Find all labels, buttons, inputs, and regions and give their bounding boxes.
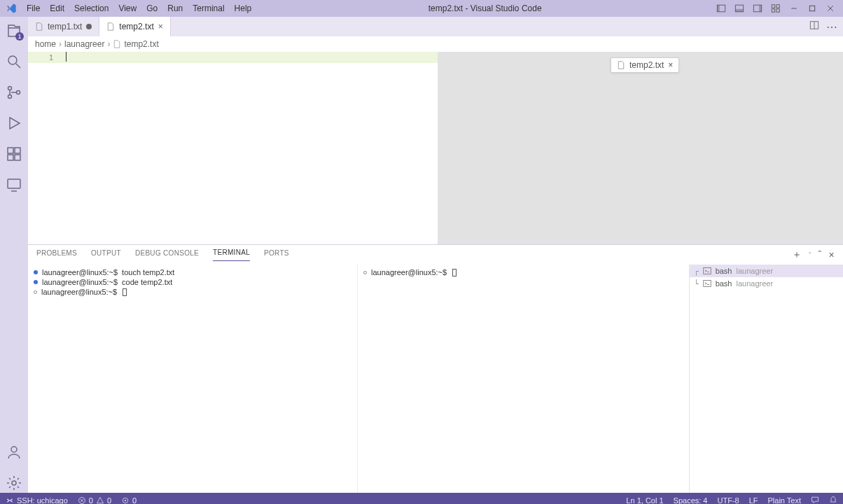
remote-indicator[interactable]: SSH: uchicago (6, 496, 68, 504)
tab-label: temp1.txt (48, 22, 82, 31)
breadcrumb-segment[interactable]: home (35, 39, 56, 49)
floating-tab[interactable]: temp2.txt × (611, 57, 679, 73)
file-icon (617, 61, 625, 69)
svg-point-35 (125, 500, 126, 501)
encoding[interactable]: UTF-8 (717, 496, 739, 504)
terminal-dropdown-icon[interactable]: ˇ (809, 251, 811, 258)
panel-tab-problems[interactable]: PROBLEMS (36, 249, 77, 261)
terminal-list-item[interactable]: └ bash launagreer (690, 277, 843, 290)
svg-rect-20 (15, 148, 20, 153)
panel-tab-ports[interactable]: PORTS (264, 249, 289, 261)
menu-view[interactable]: View (114, 2, 141, 15)
line-number: 1 (28, 52, 53, 63)
svg-point-16 (8, 87, 12, 90)
tab-temp1[interactable]: temp1.txt (28, 17, 99, 36)
terminal-shell-name: bash (716, 267, 732, 275)
terminal-cwd: launagreer (736, 279, 773, 288)
terminal-list-item[interactable]: ┌ bash launagreer (690, 265, 843, 277)
breadcrumb-segment[interactable]: launagreer (64, 39, 104, 49)
new-terminal-icon[interactable]: ＋ (792, 248, 802, 261)
cursor-position[interactable]: Ln 1, Col 1 (626, 496, 663, 504)
panel-tab-output[interactable]: OUTPUT (91, 249, 121, 261)
tab-close-icon[interactable]: × (668, 60, 673, 70)
notifications-icon[interactable] (829, 496, 837, 504)
terminal-prompt: launagreer@linux5:~$ (41, 287, 117, 297)
menu-go[interactable]: Go (142, 2, 162, 15)
tree-connector-icon: └ (694, 279, 699, 288)
minimize-button[interactable] (787, 1, 801, 15)
close-panel-icon[interactable]: × (829, 249, 835, 260)
warning-count: 0 (107, 496, 111, 504)
terminal-cursor (452, 269, 457, 276)
menu-help[interactable]: Help (230, 2, 256, 15)
editor-pane-left[interactable]: 1 (28, 52, 438, 244)
svg-rect-3 (735, 9, 743, 12)
editor-pane-right[interactable]: temp2.txt × (438, 52, 843, 244)
title-bar: File Edit Selection View Go Run Terminal… (0, 0, 843, 17)
source-control-icon[interactable] (4, 83, 24, 102)
svg-rect-22 (15, 155, 20, 160)
ports-count: 0 (132, 496, 137, 504)
layout-panel-icon[interactable] (732, 1, 746, 15)
terminal-prompt: launagreer@linux5:~$ (371, 267, 447, 277)
explorer-icon[interactable]: 1 (4, 21, 24, 41)
layout-sidebar-left-icon[interactable] (714, 1, 728, 15)
terminal-line: launagreer@linux5:~$ (34, 287, 351, 297)
feedback-icon[interactable] (811, 496, 819, 504)
chevron-right-icon: › (59, 39, 62, 49)
customize-layout-icon[interactable] (769, 1, 783, 15)
status-bar: SSH: uchicago 0 0 0 Ln 1, Col 1 Spaces: … (0, 493, 843, 504)
terminal-command: code temp2.txt (122, 277, 172, 287)
svg-rect-19 (8, 148, 13, 153)
run-debug-icon[interactable] (4, 113, 24, 133)
maximize-panel-icon[interactable]: ˆ (818, 249, 822, 260)
terminal-shell-icon (703, 279, 711, 288)
remote-explorer-icon[interactable] (4, 175, 24, 195)
file-icon (113, 40, 121, 48)
maximize-button[interactable] (805, 1, 819, 15)
svg-rect-21 (8, 155, 13, 160)
current-line-highlight (28, 52, 438, 63)
menu-edit[interactable]: Edit (46, 2, 69, 15)
split-editor-icon[interactable] (809, 20, 819, 33)
svg-rect-11 (809, 6, 815, 11)
terminal-pane-2[interactable]: launagreer@linux5:~$ (357, 265, 689, 493)
line-number-gutter: 1 (28, 52, 63, 63)
remote-label: SSH: uchicago (17, 496, 68, 504)
tab-close-icon[interactable]: × (158, 22, 163, 31)
tab-temp2[interactable]: temp2.txt × (99, 17, 170, 36)
more-actions-icon[interactable]: ⋯ (826, 20, 837, 34)
svg-rect-9 (776, 9, 779, 12)
menu-file[interactable]: File (22, 2, 44, 15)
panel-tab-debug[interactable]: DEBUG CONSOLE (135, 249, 199, 261)
accounts-icon[interactable] (4, 442, 24, 462)
ports-indicator[interactable]: 0 (121, 496, 137, 504)
menu-bar: File Edit Selection View Go Run Terminal… (22, 2, 256, 15)
indentation[interactable]: Spaces: 4 (674, 496, 708, 504)
svg-rect-23 (8, 179, 20, 188)
menu-terminal[interactable]: Terminal (188, 2, 228, 15)
chevron-right-icon: › (107, 39, 110, 49)
editor-tabs: temp1.txt temp2.txt × ⋯ (28, 17, 843, 36)
terminal-cwd: launagreer (736, 267, 773, 275)
terminal-cursor (123, 288, 127, 296)
eol[interactable]: LF (749, 496, 758, 504)
problems-indicator[interactable]: 0 0 (78, 496, 111, 504)
menu-selection[interactable]: Selection (70, 2, 113, 15)
svg-rect-1 (717, 5, 720, 12)
text-cursor (66, 52, 67, 62)
menu-run[interactable]: Run (163, 2, 187, 15)
layout-sidebar-right-icon[interactable] (751, 1, 765, 15)
error-count: 0 (89, 496, 93, 504)
dirty-indicator-icon[interactable] (86, 24, 92, 29)
extensions-icon[interactable] (4, 144, 24, 164)
close-window-button[interactable] (823, 1, 837, 15)
terminal-pane-1[interactable]: launagreer@linux5:~$ touch temp2.txt lau… (28, 265, 357, 493)
tree-connector-icon: ┌ (694, 267, 699, 276)
breadcrumb-segment[interactable]: temp2.txt (124, 39, 158, 49)
panel-tab-terminal[interactable]: TERMINAL (213, 248, 250, 261)
settings-gear-icon[interactable] (4, 473, 24, 493)
language-mode[interactable]: Plain Text (768, 496, 802, 504)
search-icon[interactable] (4, 52, 24, 71)
terminal-shell-name: bash (716, 279, 732, 288)
